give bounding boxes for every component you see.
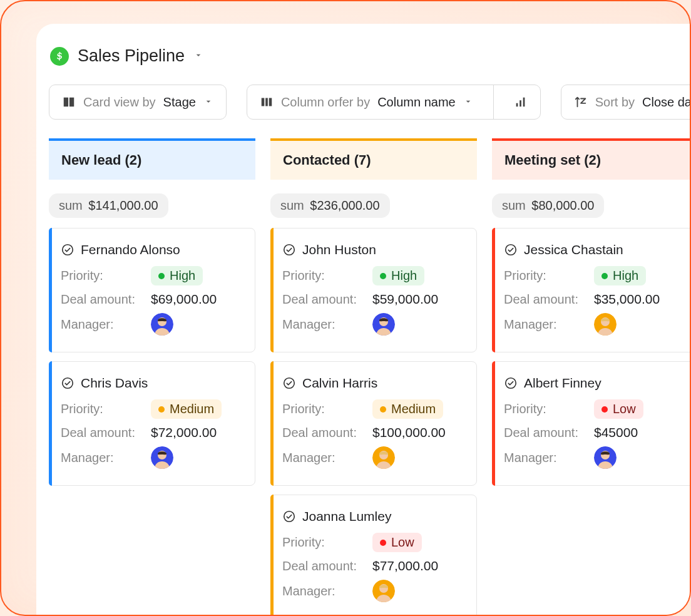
- field-label-manager: Manager:: [504, 451, 589, 465]
- page-title: Sales Pipeline: [78, 46, 185, 66]
- field-label-priority: Priority:: [282, 269, 367, 283]
- check-circle-icon: [282, 243, 296, 257]
- chevron-down-icon[interactable]: [193, 50, 203, 63]
- field-label-amount: Deal amount:: [504, 292, 589, 307]
- deal-card[interactable]: Chris Davis Priority: Medium Deal amount…: [49, 361, 255, 486]
- card-view-icon: [62, 95, 76, 109]
- priority-badge: Medium: [372, 399, 443, 419]
- priority-badge: Low: [594, 399, 643, 419]
- column-header[interactable]: Contacted (7): [270, 138, 477, 180]
- sort-az-icon: [574, 95, 588, 109]
- sum-pill: sum $80,000.00: [492, 193, 604, 218]
- card-title: Albert Finney: [524, 376, 601, 391]
- kanban-board: New lead (2)sum $141,000.00 Fernando Alo…: [49, 138, 691, 616]
- controls-row: Card view by Stage Column orfer by Colum…: [49, 85, 691, 120]
- kanban-column: New lead (2)sum $141,000.00 Fernando Alo…: [49, 138, 255, 616]
- kanban-column: Contacted (7)sum $236,000.00 John Huston…: [270, 138, 477, 616]
- field-label-manager: Manager:: [61, 451, 146, 465]
- field-label-manager: Manager:: [504, 317, 589, 332]
- field-label-manager: Manager:: [61, 317, 146, 332]
- avatar: [372, 580, 395, 602]
- field-label-amount: Deal amount:: [282, 559, 367, 573]
- chart-button[interactable]: [501, 86, 540, 118]
- bar-chart-icon: [514, 95, 528, 109]
- svg-point-6: [284, 245, 295, 255]
- chevron-down-icon: [463, 95, 473, 110]
- field-label-amount: Deal amount:: [61, 426, 146, 440]
- sort-selector[interactable]: Sort by Close date: [561, 85, 691, 120]
- page-title-row[interactable]: Sales Pipeline: [49, 46, 691, 66]
- svg-point-9: [284, 378, 295, 389]
- field-label-amount: Deal amount:: [504, 426, 589, 440]
- priority-badge: High: [594, 266, 646, 285]
- priority-badge: Medium: [151, 399, 222, 419]
- card-title: Calvin Harris: [302, 376, 377, 391]
- field-label-priority: Priority:: [504, 269, 589, 283]
- check-circle-icon: [282, 376, 296, 390]
- avatar: [594, 446, 617, 469]
- check-circle-icon: [61, 376, 74, 390]
- deal-card[interactable]: Calvin Harris Priority: Medium Deal amou…: [270, 361, 477, 486]
- field-label-priority: Priority:: [282, 402, 367, 416]
- card-title: Jessica Chastain: [524, 242, 623, 257]
- order-label: Column orfer by: [281, 95, 370, 110]
- deal-amount: $77,000.00: [372, 558, 438, 573]
- svg-point-3: [63, 378, 73, 389]
- check-circle-icon: [504, 376, 518, 390]
- card-title: Chris Davis: [81, 376, 148, 391]
- sort-value: Close date: [642, 95, 691, 110]
- field-label-amount: Deal amount:: [282, 292, 367, 307]
- deal-amount: $69,000.00: [151, 292, 217, 307]
- card-title: John Huston: [302, 242, 376, 257]
- chevron-down-icon: [203, 95, 213, 110]
- field-label-manager: Manager:: [282, 584, 367, 598]
- order-value: Column name: [377, 95, 456, 110]
- deal-card[interactable]: Albert Finney Priority: Low Deal amount:…: [492, 361, 691, 486]
- columns-icon: [260, 95, 274, 109]
- field-label-priority: Priority:: [61, 402, 146, 416]
- deal-card[interactable]: Fernando Alonso Priority: High Deal amou…: [49, 228, 255, 352]
- svg-point-15: [506, 245, 516, 255]
- check-circle-icon: [282, 510, 296, 523]
- field-label-amount: Deal amount:: [61, 292, 146, 307]
- deal-amount: $100,000.00: [372, 425, 446, 440]
- deal-amount: $59,000.00: [372, 292, 438, 307]
- svg-point-18: [506, 378, 516, 389]
- view-label: Card view by: [83, 95, 156, 110]
- deal-card[interactable]: Joanna Lumley Priority: Low Deal amount:…: [270, 495, 477, 616]
- field-label-manager: Manager:: [282, 317, 367, 332]
- deal-amount: $72,000.00: [151, 425, 217, 440]
- avatar: [372, 446, 395, 469]
- deal-amount: $35,000.00: [594, 292, 660, 307]
- priority-badge: High: [372, 266, 424, 285]
- priority-badge: Low: [372, 533, 422, 552]
- dollar-icon: [50, 47, 69, 66]
- deal-amount: $45000: [594, 425, 638, 440]
- priority-badge: High: [151, 266, 203, 285]
- svg-point-0: [63, 245, 73, 255]
- card-title: Fernando Alonso: [81, 242, 180, 257]
- avatar: [151, 313, 173, 336]
- deal-card[interactable]: John Huston Priority: High Deal amount: …: [270, 228, 477, 352]
- field-label-manager: Manager:: [282, 451, 367, 465]
- column-header[interactable]: Meeting set (2): [492, 138, 691, 180]
- column-header[interactable]: New lead (2): [49, 138, 255, 180]
- kanban-column: Meeting set (2)sum $80,000.00 Jessica Ch…: [492, 138, 691, 616]
- view-value: Stage: [163, 95, 196, 110]
- view-selector[interactable]: Card view by Stage: [49, 85, 227, 120]
- app-frame: Sales Pipeline Card view by Stage Column…: [0, 0, 691, 616]
- check-circle-icon: [61, 243, 74, 257]
- order-selector[interactable]: Column orfer by Column name: [247, 85, 541, 120]
- sum-pill: sum $236,000.00: [270, 193, 390, 218]
- app-window: Sales Pipeline Card view by Stage Column…: [36, 24, 691, 616]
- avatar: [594, 313, 617, 336]
- card-title: Joanna Lumley: [302, 509, 391, 524]
- field-label-priority: Priority:: [504, 402, 589, 416]
- sort-label: Sort by: [595, 95, 635, 110]
- field-label-priority: Priority:: [282, 535, 367, 550]
- deal-card[interactable]: Jessica Chastain Priority: High Deal amo…: [492, 228, 691, 352]
- sum-pill: sum $141,000.00: [49, 193, 168, 218]
- field-label-amount: Deal amount:: [282, 426, 367, 440]
- svg-point-12: [284, 511, 295, 522]
- avatar: [151, 446, 173, 469]
